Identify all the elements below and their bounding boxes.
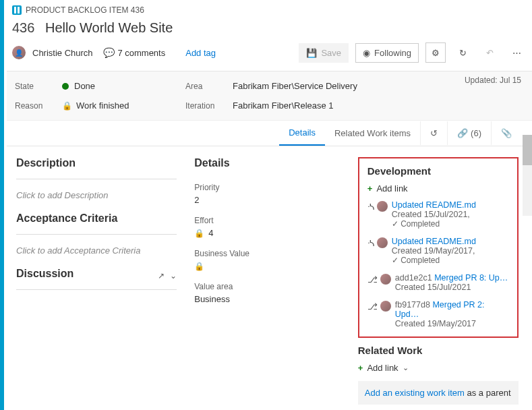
undo-icon: ↶ bbox=[486, 48, 494, 58]
settings-button[interactable]: ⚙ bbox=[425, 42, 446, 63]
area-value[interactable]: Fabrikam Fiber\Service Delivery bbox=[233, 81, 357, 91]
valuearea-value[interactable]: Business bbox=[194, 291, 341, 311]
comments-link[interactable]: 💬 7 comments bbox=[103, 47, 165, 58]
dev-item: ᔀ Updated README.md Created 19/May/2017,… bbox=[367, 237, 509, 265]
add-dev-link-button[interactable]: + Add link bbox=[367, 183, 509, 194]
commit-icon: ⎇ bbox=[367, 301, 378, 312]
tab-related-work[interactable]: Related Work items bbox=[325, 121, 420, 145]
plus-icon: + bbox=[358, 363, 363, 373]
ellipsis-icon: ⋯ bbox=[512, 48, 521, 58]
attachment-icon: 📎 bbox=[501, 128, 512, 138]
plus-icon: + bbox=[367, 183, 373, 194]
avatar bbox=[380, 274, 391, 285]
add-existing-link[interactable]: Add an existing work item bbox=[365, 388, 465, 398]
undo-button[interactable]: ↶ bbox=[479, 42, 500, 63]
save-icon: 💾 bbox=[306, 48, 317, 58]
more-actions-button[interactable]: ⋯ bbox=[506, 42, 527, 63]
iteration-value[interactable]: Fabrikam Fiber\Release 1 bbox=[233, 100, 334, 111]
dev-item: ⎇ add1e2c1 Merged PR 8: Up… Created 15/J… bbox=[367, 273, 509, 292]
chevron-down-icon: ⌄ bbox=[403, 363, 409, 372]
reason-label: Reason bbox=[15, 101, 62, 111]
dev-item: ᔀ Updated README.md Created 15/Jul/2021,… bbox=[367, 200, 509, 229]
dev-item-sub: Created 19/May/2017, bbox=[392, 246, 475, 256]
commit-icon: ⎇ bbox=[367, 274, 378, 285]
development-panel: Development + Add link ᔀ Updated README.… bbox=[358, 157, 519, 338]
add-tag-button[interactable]: Add tag bbox=[180, 48, 221, 58]
owner-name[interactable]: Christie Church bbox=[32, 48, 96, 58]
work-item-id: 436 bbox=[12, 20, 34, 35]
links-count: (6) bbox=[471, 128, 481, 138]
pull-request-icon: ᔀ bbox=[367, 238, 374, 248]
tab-details[interactable]: Details bbox=[279, 121, 325, 146]
effort-label: Effort bbox=[194, 216, 341, 225]
work-item-title: Hello World Web Site bbox=[45, 20, 173, 35]
save-button: 💾 Save bbox=[299, 43, 349, 63]
discussion-heading: Discussion bbox=[16, 268, 73, 280]
work-item-color-bar bbox=[0, 0, 4, 410]
following-button[interactable]: ◉ Following bbox=[355, 43, 419, 63]
refresh-button[interactable]: ↻ bbox=[452, 42, 473, 63]
priority-value[interactable]: 2 bbox=[194, 192, 341, 212]
reason-value[interactable]: Work finished bbox=[76, 100, 129, 111]
tab-attachments[interactable]: 📎 bbox=[491, 121, 521, 145]
breadcrumb: PRODUCT BACKLOG ITEM 436 bbox=[7, 0, 532, 15]
acceptance-heading: Acceptance Criteria bbox=[16, 212, 117, 225]
main-content: Description Click to add Description Acc… bbox=[7, 146, 532, 410]
pull-request-icon: ᔀ bbox=[367, 202, 374, 212]
lock-icon: 🔒 bbox=[62, 101, 72, 111]
scrollbar-thumb[interactable] bbox=[523, 135, 532, 165]
iteration-label: Iteration bbox=[185, 101, 233, 111]
eye-icon: ◉ bbox=[363, 48, 370, 58]
avatar bbox=[377, 237, 388, 248]
dev-item-sub: Created 15/Jul/2021 bbox=[395, 283, 471, 292]
dev-item-link[interactable]: Updated README.md bbox=[392, 200, 476, 210]
commit-sha: add1e2c1 bbox=[395, 273, 432, 283]
state-value[interactable]: Done bbox=[74, 81, 95, 91]
add-related-link-button[interactable]: + Add link ⌄ bbox=[358, 363, 519, 373]
tabs: Details Related Work items ↺ 🔗(6) 📎 bbox=[7, 121, 532, 146]
tab-history[interactable]: ↺ bbox=[420, 121, 447, 145]
lock-icon: 🔒 bbox=[194, 262, 204, 271]
bizvalue-label: Business Value bbox=[194, 249, 341, 258]
state-label: State bbox=[15, 82, 62, 91]
acceptance-placeholder[interactable]: Click to add Acceptance Criteria bbox=[16, 241, 151, 268]
commit-sha: fb9177d8 bbox=[395, 300, 430, 310]
development-heading: Development bbox=[367, 165, 509, 177]
avatar bbox=[377, 201, 388, 212]
related-work-panel: Related Work + Add link ⌄ Add an existin… bbox=[358, 338, 519, 410]
toolbar: 👤 Christie Church 💬 7 comments Add tag 💾… bbox=[7, 42, 532, 71]
description-heading: Description bbox=[16, 157, 76, 169]
dev-item-link[interactable]: Merged PR 8: Up… bbox=[434, 273, 508, 283]
chevron-down-icon[interactable]: ⌄ bbox=[170, 271, 177, 281]
area-label: Area bbox=[185, 82, 233, 91]
history-icon: ↺ bbox=[430, 128, 438, 138]
state-dot-icon bbox=[62, 83, 69, 90]
work-item-type-icon bbox=[12, 5, 22, 15]
lock-icon: 🔒 bbox=[194, 229, 204, 238]
expand-icon[interactable]: ↗ bbox=[158, 271, 165, 281]
updated-timestamp[interactable]: Updated: Jul 15 bbox=[465, 76, 521, 85]
effort-value[interactable]: 🔒4 bbox=[194, 225, 341, 245]
related-work-heading: Related Work bbox=[358, 345, 519, 356]
dev-item-sub: Created 15/Jul/2021, bbox=[392, 210, 470, 219]
gear-icon: ⚙ bbox=[432, 48, 440, 58]
dev-item: ⎇ fb9177d8 Merged PR 2: Upd… Created 19/… bbox=[367, 300, 509, 328]
bizvalue-value[interactable]: 🔒 bbox=[194, 258, 341, 278]
comment-icon: 💬 bbox=[103, 47, 115, 58]
comments-count: 7 comments bbox=[117, 48, 165, 58]
avatar bbox=[380, 301, 391, 312]
description-placeholder[interactable]: Click to add Description bbox=[16, 186, 177, 212]
breadcrumb-label: PRODUCT BACKLOG ITEM 436 bbox=[26, 5, 144, 15]
tab-links[interactable]: 🔗(6) bbox=[447, 121, 491, 145]
status-completed: ✓ Completed bbox=[392, 219, 440, 229]
page-title[interactable]: 436 Hello World Web Site bbox=[7, 15, 532, 42]
dev-item-link[interactable]: Updated README.md bbox=[392, 237, 476, 246]
status-completed: ✓ Completed bbox=[392, 256, 440, 265]
related-work-suggestion[interactable]: Add an existing work item as a parent bbox=[358, 381, 519, 405]
link-icon: 🔗 bbox=[457, 128, 468, 138]
fields-section: State Done Reason 🔒 Work finished Area F… bbox=[7, 71, 532, 121]
owner-avatar[interactable]: 👤 bbox=[12, 46, 26, 59]
details-heading: Details bbox=[194, 157, 229, 169]
refresh-icon: ↻ bbox=[459, 48, 467, 58]
priority-label: Priority bbox=[194, 183, 341, 192]
